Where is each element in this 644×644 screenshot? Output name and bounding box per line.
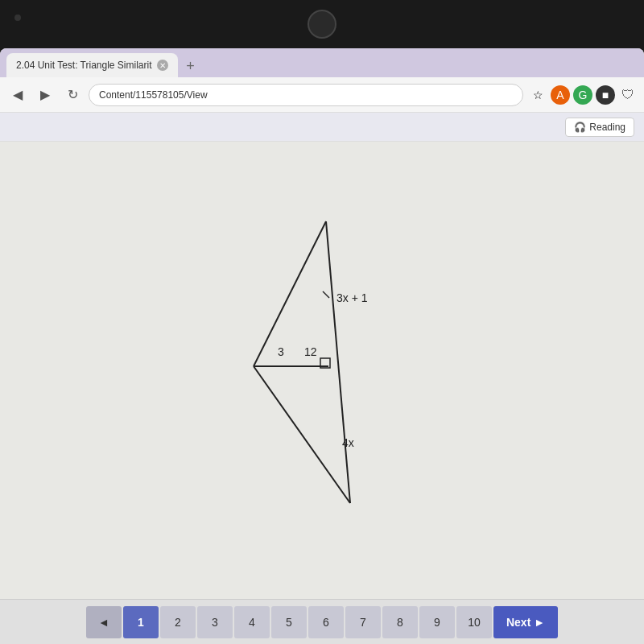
- svg-line-5: [323, 291, 329, 298]
- camera-lens: [308, 10, 336, 39]
- shield-icon[interactable]: 🛡: [618, 85, 638, 105]
- page-5-button[interactable]: 5: [271, 606, 307, 638]
- extension-icon-3[interactable]: ■: [596, 85, 615, 105]
- page-6-button[interactable]: 6: [308, 606, 344, 638]
- label-3: 3: [278, 345, 284, 358]
- geometry-diagram: 3 12 3x + 1 4x: [201, 209, 443, 515]
- pagination-bar: ◄ 1 2 3 4 5 6 7 8 9 10 Next ►: [0, 599, 644, 644]
- new-tab-button[interactable]: +: [181, 56, 200, 76]
- page-2-button[interactable]: 2: [160, 606, 196, 638]
- refresh-button[interactable]: ↻: [61, 84, 84, 106]
- svg-line-1: [254, 366, 350, 503]
- label-4x: 4x: [342, 436, 354, 449]
- page-9-button[interactable]: 9: [419, 606, 455, 638]
- reading-icon: 🎧: [574, 122, 586, 133]
- reading-bar: 🎧 Reading: [0, 113, 644, 142]
- url-input[interactable]: Content/115578105/View: [89, 84, 523, 106]
- address-bar: ◀ ▶ ↻ Content/115578105/View ☆ A G ■ 🛡: [0, 77, 644, 113]
- camera-indicator-dot: [14, 14, 21, 21]
- triangle-diagram: 3 12 3x + 1 4x: [201, 209, 443, 515]
- extension-icon-1[interactable]: A: [551, 85, 570, 105]
- bookmark-icon[interactable]: ☆: [528, 85, 547, 105]
- tab-close-button[interactable]: ✕: [157, 60, 168, 71]
- page-1-button[interactable]: 1: [123, 606, 159, 638]
- svg-line-0: [254, 221, 326, 366]
- browser-tab[interactable]: 2.04 Unit Test: Triangle Similarit ✕: [6, 53, 178, 77]
- page-8-button[interactable]: 8: [382, 606, 418, 638]
- reading-mode-button[interactable]: 🎧 Reading: [565, 118, 634, 137]
- page-10-button[interactable]: 10: [456, 606, 492, 638]
- extension-icon-2[interactable]: G: [573, 85, 592, 105]
- page-7-button[interactable]: 7: [345, 606, 381, 638]
- reading-label: Reading: [589, 122, 625, 133]
- back-button[interactable]: ◀: [6, 84, 29, 106]
- label-3x1: 3x + 1: [336, 291, 368, 304]
- prev-page-button[interactable]: ◄: [86, 606, 122, 638]
- page-3-button[interactable]: 3: [197, 606, 233, 638]
- tab-label: 2.04 Unit Test: Triangle Similarit: [16, 60, 152, 71]
- page-4-button[interactable]: 4: [234, 606, 270, 638]
- url-text: Content/115578105/View: [99, 89, 208, 101]
- forward-button[interactable]: ▶: [34, 84, 56, 106]
- tab-bar: 2.04 Unit Test: Triangle Similarit ✕ +: [0, 48, 644, 77]
- next-page-button[interactable]: Next ►: [493, 606, 558, 638]
- content-area: 3 12 3x + 1 4x: [0, 142, 644, 599]
- browser-toolbar-icons: ☆ A G ■ 🛡: [528, 85, 638, 105]
- browser-window: 2.04 Unit Test: Triangle Similarit ✕ + ◀…: [0, 48, 644, 644]
- camera-bar: [0, 0, 644, 48]
- label-12: 12: [304, 345, 317, 358]
